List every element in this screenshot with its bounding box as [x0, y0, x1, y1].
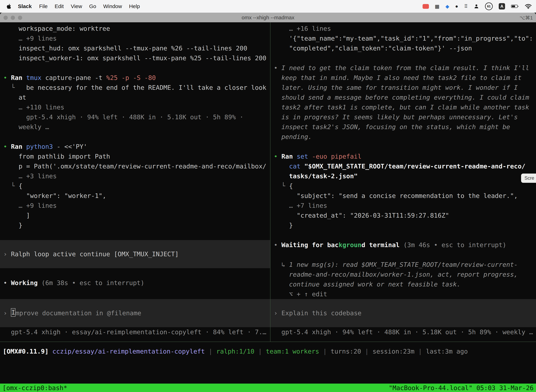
text-segment: |: [254, 348, 266, 355]
minimize-button[interactable]: [11, 16, 15, 20]
prompt-input-left[interactable]: › Improve documentation in @filename: [0, 299, 270, 327]
text-segment: |: [319, 348, 330, 355]
text-segment: › Explain this codebase: [274, 309, 362, 317]
blank-line: [270, 142, 536, 152]
apple-menu-icon[interactable]: [4, 3, 14, 9]
text-segment: (3m 46s • esc to interrupt): [400, 241, 506, 248]
text-segment: gpt-5.4 xhigh · essay/ai-reimplementatio…: [3, 328, 266, 336]
menu-window[interactable]: Window: [100, 3, 125, 9]
text-cursor: I: [11, 308, 15, 317]
battery-percent-badge[interactable]: 61: [485, 2, 493, 10]
working-status: • Working (6m 38s • esc to interrupt): [0, 278, 270, 288]
text-segment: gpt-5.4 xhigh · 94% left · 488K in · 5.1…: [274, 328, 533, 336]
text-segment: (6m 38s • esc to interrupt): [38, 279, 144, 286]
terminal-line: pending.: [270, 132, 536, 142]
text-segment: task2 after task1 is complete, but can I…: [274, 104, 529, 111]
battery-icon[interactable]: [511, 5, 519, 8]
text-segment: Ralph loop active continue [OMX_TMUX_INJ…: [11, 250, 179, 258]
wifi-icon[interactable]: [525, 4, 532, 9]
text-segment: }: [3, 222, 22, 229]
text-segment: p = Path('.omx/state/team/review-current…: [3, 163, 266, 170]
text-segment: be necessary for the end of the README. …: [26, 84, 266, 91]
text-segment: keep that in mind. Maybe I also need the…: [274, 74, 522, 81]
close-button[interactable]: [4, 16, 8, 20]
text-segment: {: [289, 182, 293, 190]
tmux-panes: workspace_mode: worktree … +9 lines insp…: [0, 22, 536, 342]
text-segment: python3: [26, 143, 53, 150]
text-segment: weekly …: [3, 123, 49, 131]
menu-help[interactable]: Help: [125, 3, 144, 9]
text-segment: {: [19, 182, 23, 190]
text-segment: [OMX#0.11.9]: [3, 348, 53, 355]
tmux-host-clock: "MacBook-Pro-44.local" 05:03 31-Mar-26: [389, 384, 534, 392]
menu-go[interactable]: Go: [86, 3, 100, 9]
window-titlebar[interactable]: omx --xhigh --madmax ⌥⌘1: [0, 13, 536, 22]
text-segment: └: [3, 182, 19, 190]
terminal-line: └ be necessary for the end of the README…: [0, 83, 270, 93]
terminal-line: cat "$OMX_TEAM_STATE_ROOT/team/review-cu…: [270, 161, 536, 171]
ralph-loop-banner[interactable]: › Ralph loop active continue [OMX_TMUX_I…: [0, 240, 270, 268]
screen-record-icon[interactable]: [423, 4, 429, 9]
terminal-line: inspect task2's JSON, focusing on the st…: [270, 122, 536, 132]
text-segment: "completed","claim_token":"claim-token"}…: [274, 45, 472, 52]
text-segment: ralph:1/10: [216, 348, 254, 355]
pane-footer-right: gpt-5.4 xhigh · 94% left · 488K in · 5.1…: [270, 327, 536, 337]
screen-overlay-tooltip[interactable]: Scre: [521, 173, 536, 183]
text-segment: •: [3, 74, 11, 81]
blank-line: [0, 268, 270, 278]
terminal-line: should send a message before completing …: [270, 93, 536, 103]
prompt-input-right[interactable]: › Explain this codebase: [270, 299, 536, 327]
left-pane-spacer: [0, 288, 270, 299]
terminal-line: "worker": "worker-1",: [0, 191, 270, 201]
person-icon[interactable]: [474, 4, 479, 9]
text-segment: [274, 163, 289, 170]
blank-line: [0, 132, 270, 142]
text-segment: |: [205, 348, 216, 355]
input-source-icon[interactable]: A: [499, 3, 505, 9]
text-segment: •: [3, 143, 11, 150]
dots-grid-icon[interactable]: ⠿: [464, 4, 468, 9]
right-terminal-output: … +16 lines '{"team_name":"my-team","tas…: [270, 24, 536, 299]
text-segment: team:1 workers: [266, 348, 319, 355]
tool-call-cat: • Ran set -euo pipefail: [270, 152, 536, 161]
text-segment: Waiting for bac: [281, 241, 339, 248]
text-segment: •: [3, 279, 11, 286]
text-segment: ]: [3, 212, 30, 219]
menu-file[interactable]: File: [36, 3, 51, 9]
text-segment: └: [3, 84, 26, 91]
text-segment: •: [274, 64, 281, 71]
menu-view[interactable]: View: [67, 3, 86, 9]
app-menu-slack[interactable]: Slack: [14, 3, 36, 9]
window-title: omx --xhigh --madmax: [242, 14, 294, 21]
terminal-line: gpt-5.4 xhigh · 94% left · 488K in · 5.1…: [0, 112, 270, 122]
omx-hud-line: [OMX#0.11.9] cczip/essay/ai-reimplementa…: [0, 346, 536, 356]
text-segment: ⌥ + ↑ edit: [274, 290, 327, 298]
terminal-window: omx --xhigh --madmax ⌥⌘1 workspace_mode:…: [0, 13, 536, 392]
omx-hud-bar: [OMX#0.11.9] cczip/essay/ai-reimplementa…: [0, 342, 536, 383]
terminal-line: }: [270, 220, 536, 230]
terminal-line: └ {: [270, 181, 536, 191]
terminal-line: … +9 lines: [0, 201, 270, 210]
terminal-line: inspect_worker-1: omx sparkshell --tmux-…: [0, 53, 270, 63]
terminal-line: inspect_hud: omx sparkshell --tmux-pane …: [0, 43, 270, 53]
pane-footer-left: gpt-5.4 xhigh · essay/ai-reimplementatio…: [0, 327, 270, 337]
right-pane[interactable]: … +16 lines '{"team_name":"my-team","tas…: [270, 22, 536, 342]
zoom-button[interactable]: [18, 16, 22, 20]
black-dot-icon[interactable]: ●: [455, 4, 458, 9]
blue-app-icon[interactable]: ◆: [445, 4, 449, 9]
tmux-status-bar: [omx-cczip0:bash* "MacBook-Pro-44.local"…: [0, 383, 536, 392]
text-segment: set: [297, 153, 308, 160]
keyboard-grid-icon[interactable]: ▦: [435, 4, 440, 9]
text-segment: d terminal: [362, 241, 400, 248]
text-segment: ↳: [274, 261, 289, 268]
traffic-lights: [4, 13, 22, 23]
blank-line: [270, 230, 536, 240]
text-segment: -euo pipefail: [308, 153, 361, 160]
text-segment: inspect task2's JSON, focusing on the st…: [274, 123, 510, 131]
text-segment: is in progress? It seems likely but perh…: [274, 113, 518, 121]
text-segment: from pathlib import Path: [3, 153, 110, 160]
text-segment: }: [274, 222, 293, 229]
menu-edit[interactable]: Edit: [51, 3, 67, 9]
text-segment: … +9 lines: [3, 35, 57, 42]
left-pane[interactable]: workspace_mode: worktree … +9 lines insp…: [0, 22, 270, 342]
